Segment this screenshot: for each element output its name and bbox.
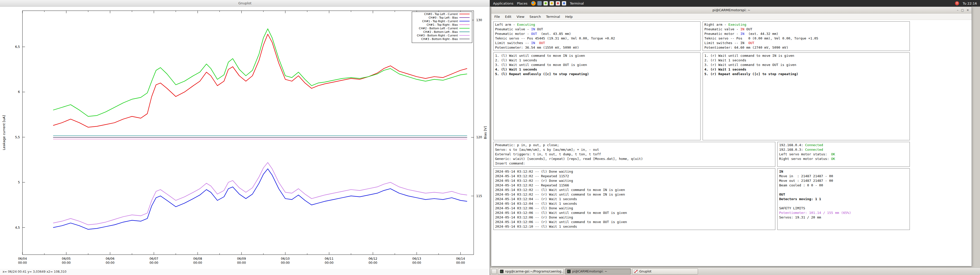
terminal-icon xyxy=(567,270,571,273)
window-controls: – ▢ ✕ xyxy=(957,7,969,14)
terminal-line: 2024-05-14 03:12:06 -- (r) Done waiting xyxy=(495,215,773,220)
svg-text:CH#0 - Top Left - Current: CH#0 - Top Left - Current xyxy=(424,13,458,16)
terminal-line: External triggers: t in, t out, t dump, … xyxy=(495,152,773,156)
show-desktop-icon[interactable] xyxy=(492,269,496,274)
svg-text:CH#3 - Bottom Right - Bias: CH#3 - Bottom Right - Bias xyxy=(422,38,458,41)
svg-text:06/06: 06/06 xyxy=(106,257,115,261)
svg-text:00:00: 00:00 xyxy=(193,261,202,265)
taskbar-button-npg-carme-gsi-programs-caenlog-[interactable]: npg@carme-gsi:~/Programs/caenlog… xyxy=(498,269,564,275)
terminal-launcher-yellow-icon[interactable] xyxy=(549,1,554,6)
menu-item-file[interactable]: File xyxy=(494,15,500,19)
file-manager-icon[interactable] xyxy=(537,1,542,6)
menu-item-help[interactable]: Help xyxy=(565,15,573,19)
svg-text:06/04: 06/04 xyxy=(18,257,27,261)
menu-item-view[interactable]: View xyxy=(517,15,525,19)
taskbar-button-label: npg@carme-gsi:~/Programs/caenlog… xyxy=(505,270,564,273)
terminal-line: Servos: 19.31 / 20 mm xyxy=(779,215,908,220)
gnuplot-icon xyxy=(634,270,638,273)
terminal-launcher-red-icon[interactable] xyxy=(555,1,560,6)
applications-menu[interactable]: Applications xyxy=(493,2,513,5)
terminal-line: 1. (r) Wait until command to move IN is … xyxy=(704,54,908,58)
terminal-line: 192.168.0.3: Connected xyxy=(779,147,908,152)
terminal-line: 1. (l) Wait until command to move IN is … xyxy=(495,54,699,58)
terminal-line: 5. (l) Repeat endlessly ([c] to stop rep… xyxy=(495,72,699,76)
svg-text:130: 130 xyxy=(476,18,482,22)
terminal-line: Pneumatic valve - IN OUT xyxy=(704,27,908,32)
program-row: 1. (l) Wait until command to move IN is … xyxy=(493,52,969,140)
svg-text:06/14: 06/14 xyxy=(456,257,465,261)
terminal-launcher-green-icon[interactable] xyxy=(543,1,548,6)
terminal-line: 5. (r) Repeat endlessly ([c] to stop rep… xyxy=(704,72,908,76)
svg-text:00:00: 00:00 xyxy=(106,261,115,265)
terminal-line: Insert command: xyxy=(495,161,773,166)
taskbar-button-gnuplot[interactable]: Gnuplot xyxy=(632,269,698,275)
close-button[interactable]: ✕ xyxy=(966,7,969,14)
terminal-launcher-blue-icon[interactable] xyxy=(562,1,566,6)
terminal-line: Limit switches -- IN OUT xyxy=(704,41,908,45)
terminal-line: Move out : 21487 21487 - 00 xyxy=(779,179,908,183)
terminal-line: 4. (r) Wait 1 seconds xyxy=(704,67,908,72)
series-CH#1 - Top Right - Current xyxy=(53,169,467,229)
svg-text:06/07: 06/07 xyxy=(150,257,159,261)
svg-text:CH#3 - Bottom Right - Current: CH#3 - Bottom Right - Current xyxy=(417,34,458,37)
menu-item-search[interactable]: Search xyxy=(530,15,541,19)
terminal-line: Generic: w(ait) [seconds], r(epeat) [rep… xyxy=(495,156,773,161)
commands-row: Pneumatic: p in, p out, p close;Servo: s… xyxy=(493,142,969,167)
svg-text:00:00: 00:00 xyxy=(150,261,159,265)
svg-text:00:00: 00:00 xyxy=(281,261,290,265)
gnuplot-status-bar: x= 06/24 00:41 y= 3,03649 x2= 108,310 xyxy=(0,269,490,275)
terminal-line: 2024-05-14 03:12:10 -- (l) Wait 1 second… xyxy=(495,224,773,229)
y-axis-right: 115120130 xyxy=(471,18,482,198)
terminal-line xyxy=(779,201,908,206)
svg-text:00:00: 00:00 xyxy=(456,261,465,265)
terminal-line: Pneumatic: p in, p out, p close; xyxy=(495,143,773,147)
counters-safety-box: INMove in : 21487 21487 - 00Move out : 2… xyxy=(777,168,910,230)
terminal-line: Left servo motor status: OK xyxy=(779,152,908,156)
y-axis-left: 4,555,566,5 xyxy=(15,45,25,229)
terminal-body[interactable]: Left arm - ExecutingPneumatic valve - IN… xyxy=(491,20,972,266)
terminal-line: 2024-05-14 03:12:02 -- (r) Wait until co… xyxy=(495,192,773,197)
svg-text:CH#0 - Top Left - Bias: CH#0 - Top Left - Bias xyxy=(429,16,458,19)
svg-text:00:00: 00:00 xyxy=(18,261,27,265)
plot-border xyxy=(22,11,474,254)
terminal-line: 2024-05-14 03:12:04 -- (l) Wait 1 second… xyxy=(495,201,773,206)
terminal-line: Teknic servo -- Pos 0 (0.00 mm), Vel 0.0… xyxy=(704,36,908,41)
svg-text:CH#2 - Bottom Left - Bias: CH#2 - Bottom Left - Bias xyxy=(423,30,458,33)
menu-item-terminal[interactable]: Terminal xyxy=(546,15,560,19)
shutdown-icon[interactable] xyxy=(955,1,959,5)
firefox-icon[interactable] xyxy=(531,1,536,6)
menu-item-edit[interactable]: Edit xyxy=(505,15,511,19)
terminal-line: Right arm - Executing xyxy=(704,22,908,27)
svg-text:06/10: 06/10 xyxy=(281,257,290,261)
right-program-box: 1. (r) Wait until command to move IN is … xyxy=(703,52,910,140)
series-CH#2 - Bottom Left - Current xyxy=(53,29,467,116)
places-menu[interactable]: Places xyxy=(517,2,527,5)
gnuplot-titlebar[interactable]: Gnuplot xyxy=(0,0,490,6)
terminal-launcher-label[interactable]: Terminal xyxy=(570,2,584,5)
terminal-line: 2. (l) Wait 1 seconds xyxy=(495,58,699,63)
minimize-button[interactable]: – xyxy=(957,7,959,14)
left-arm-status-box: Left arm - ExecutingPneumatic valve - IN… xyxy=(493,21,700,51)
y-axis-left-title: Leakage current [uA] xyxy=(2,115,6,150)
svg-text:00:00: 00:00 xyxy=(412,261,422,265)
taskbar-button-label: Gnuplot xyxy=(639,270,652,273)
taskbar-button-label: pi@CARMEmotorspi: ~ xyxy=(572,270,607,273)
svg-text:06/13: 06/13 xyxy=(412,257,422,261)
clock[interactable]: Tu 22:16 xyxy=(963,2,977,5)
terminal-line xyxy=(779,188,908,192)
svg-text:120: 120 xyxy=(476,136,482,139)
terminal-titlebar[interactable]: pi@CARMEmotorspi: ~ – ▢ ✕ xyxy=(491,7,972,14)
terminal-line: Potentiometer: 64.60 mm (2740 mV, 5090 m… xyxy=(704,45,908,50)
event-log-box: 2024-05-14 03:12:02 -- (l) Done waiting2… xyxy=(493,168,775,230)
taskbar-button-pi-carmemotorspi-[interactable]: pi@CARMEmotorspi: ~ xyxy=(565,269,631,275)
terminal-line: 2. (r) Wait 1 seconds xyxy=(704,58,908,63)
monitor-right: Applications Places Terminal Tu 22:16 xyxy=(490,0,980,275)
panel-right: Tu 22:16 xyxy=(955,1,977,5)
terminal-line: 2024-05-14 03:12:06 -- (r) Wait until co… xyxy=(495,220,773,224)
terminal-line: Right servo motor status: OK xyxy=(779,156,908,161)
leakage-current-chart[interactable]: 06/0400:0006/0500:0006/0600:0006/0700:00… xyxy=(0,6,490,269)
terminal-line: 2024-05-14 03:12:02 -- (r) Done waiting xyxy=(495,179,773,183)
command-help-box: Pneumatic: p in, p out, p close;Servo: s… xyxy=(493,142,775,167)
maximize-button[interactable]: ▢ xyxy=(961,7,964,14)
svg-text:06/09: 06/09 xyxy=(237,257,246,261)
